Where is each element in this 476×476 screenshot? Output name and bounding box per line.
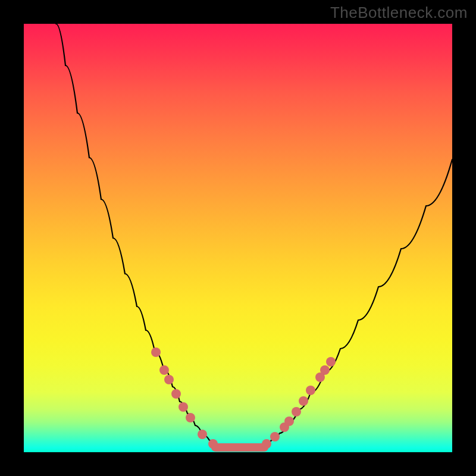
data-marker [284, 416, 294, 426]
data-marker [299, 396, 308, 406]
data-marker [198, 430, 207, 439]
left-branch-curve [56, 24, 215, 445]
data-marker [326, 357, 336, 367]
data-marker [320, 365, 330, 375]
data-marker [164, 375, 174, 384]
data-marker [262, 439, 271, 449]
watermark-text: TheBottleneck.com [330, 4, 468, 22]
data-marker [208, 439, 218, 449]
right-branch-curve [264, 159, 452, 445]
data-marker [186, 413, 195, 422]
data-marker [171, 389, 181, 399]
curve-overlay [24, 24, 452, 452]
plot-area [24, 24, 452, 452]
left-markers-group [151, 347, 218, 449]
data-marker [178, 402, 188, 412]
data-marker [159, 365, 169, 375]
right-markers-group [262, 357, 336, 449]
data-marker [270, 432, 280, 441]
data-marker [151, 347, 161, 357]
chart-frame: TheBottleneck.com [0, 0, 476, 476]
data-marker [306, 386, 315, 395]
data-marker [292, 407, 301, 416]
